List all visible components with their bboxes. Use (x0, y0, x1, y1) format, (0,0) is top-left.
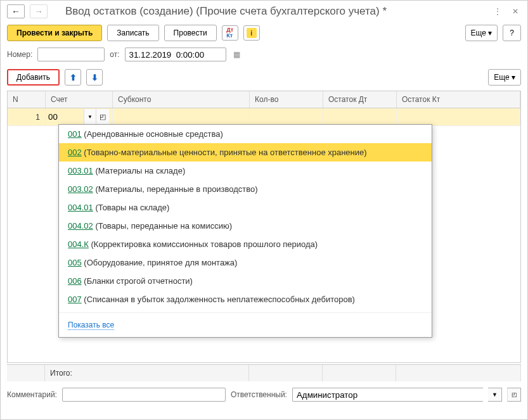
more-button[interactable]: Еще ▾ (465, 25, 498, 41)
help-button[interactable]: ? (503, 25, 521, 41)
show-all-link[interactable]: Показать все (59, 312, 432, 337)
dropdown-item[interactable]: 002 (Товарно-материальные ценности, прин… (59, 143, 432, 162)
dropdown-item[interactable]: 004.02 (Товары, переданные на комиссию) (59, 217, 432, 235)
titlebar: ← → Ввод остатков (создание) (Прочие сче… (1, 1, 527, 22)
cell-subkonto (113, 108, 250, 125)
table-footer: Итого: (7, 364, 521, 381)
dropdown-item[interactable]: 004.К (Корректировка комиссионных товаро… (59, 235, 432, 253)
footer-dt (323, 365, 396, 381)
table-row[interactable]: 1 ▼ ◰ (8, 108, 520, 126)
info-icon-button[interactable]: i (243, 25, 260, 41)
col-balance-dt[interactable]: Остаток Дт (323, 91, 397, 108)
actions-row: Добавить ⬆ ⬇ Еще ▾ (1, 65, 527, 89)
col-subkonto[interactable]: Субконто (113, 91, 250, 108)
table-header: N Счет Субконто Кол-во Остаток Дт Остато… (8, 91, 520, 108)
dt-kt-icon[interactable]: ДтКт (222, 25, 238, 41)
cell-n: 1 (8, 108, 46, 125)
main-toolbar: Провести и закрыть Записать Провести ДтК… (1, 22, 527, 44)
bottom-row: Комментарий: Ответственный: ▼ ◰ (1, 381, 527, 408)
cell-dt (323, 108, 397, 125)
col-n[interactable]: N (8, 91, 46, 108)
date-input[interactable] (125, 48, 226, 61)
responsible-open-button[interactable]: ◰ (507, 388, 521, 402)
dropdown-item[interactable]: 001 (Арендованные основные средства) (59, 125, 432, 143)
from-label: от: (110, 50, 119, 59)
account-dropdown-button[interactable]: ▼ (84, 109, 96, 125)
dropdown-item[interactable]: 006 (Бланки строгой отчетности) (59, 272, 432, 290)
account-input[interactable] (46, 112, 84, 122)
move-down-button[interactable]: ⬇ (86, 69, 103, 86)
number-input[interactable] (37, 48, 105, 61)
footer-total-label: Итого: (45, 365, 249, 381)
cell-kt (397, 108, 520, 125)
form-row: Номер: от: ▦ (1, 44, 527, 65)
dropdown-item[interactable]: 004.01 (Товары на складе) (59, 198, 432, 217)
add-button[interactable]: Добавить (7, 69, 60, 86)
window-title: Ввод остатков (создание) (Прочие счета б… (53, 5, 487, 18)
cell-account: ▼ ◰ (46, 108, 113, 125)
dropdown-item[interactable]: 003.02 (Материалы, переданные в производ… (59, 180, 432, 198)
dropdown-item[interactable]: 005 (Оборудование, принятое для монтажа) (59, 253, 432, 272)
post-button[interactable]: Провести (164, 25, 217, 41)
account-dropdown: 001 (Арендованные основные средства)002 … (58, 124, 432, 338)
col-balance-kt[interactable]: Остаток Кт (397, 91, 520, 108)
nav-back-button[interactable]: ← (7, 4, 25, 18)
responsible-label: Ответственный: (231, 390, 287, 399)
number-label: Номер: (7, 50, 32, 59)
close-icon[interactable]: ✕ (510, 6, 521, 17)
comment-input[interactable] (62, 388, 226, 402)
col-qty[interactable]: Кол-во (250, 91, 323, 108)
responsible-input[interactable] (292, 388, 483, 402)
move-up-button[interactable]: ⬆ (65, 69, 81, 86)
col-account[interactable]: Счет (46, 91, 113, 108)
footer-kt (396, 365, 521, 381)
dropdown-item[interactable]: 007 (Списанная в убыток задолженность не… (59, 290, 432, 309)
more-table-button[interactable]: Еще ▾ (488, 69, 521, 86)
dropdown-item[interactable]: 003.01 (Материалы на складе) (59, 162, 432, 180)
cell-qty (250, 108, 323, 125)
post-close-button[interactable]: Провести и закрыть (7, 25, 102, 41)
table: N Счет Субконто Кол-во Остаток Дт Остато… (7, 91, 521, 363)
comment-label: Комментарий: (7, 390, 57, 399)
calendar-icon[interactable]: ▦ (231, 49, 243, 60)
footer-qty (249, 365, 323, 381)
nav-forward-button[interactable]: → (30, 4, 48, 18)
responsible-dropdown-button[interactable]: ▼ (488, 388, 502, 402)
write-button[interactable]: Записать (107, 25, 158, 41)
account-open-button[interactable]: ◰ (96, 109, 109, 125)
menu-icon[interactable]: ⋮ (492, 6, 503, 17)
footer-n (7, 365, 45, 381)
